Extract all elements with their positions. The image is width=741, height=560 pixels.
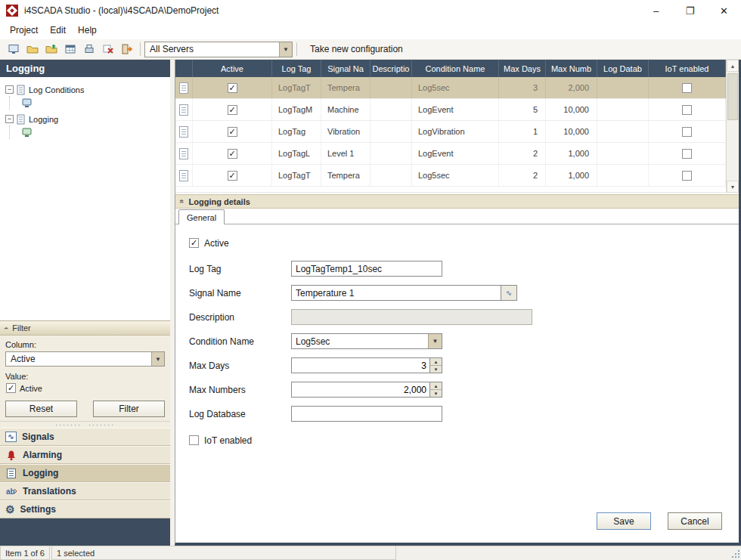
header-max-days[interactable]: Max Days <box>499 60 546 77</box>
table-row[interactable]: LogTagT Tempera Log5sec 2 1,000 <box>175 165 726 187</box>
cell-iot-enabled[interactable] <box>649 165 726 186</box>
active-checkbox[interactable] <box>228 127 237 137</box>
cell-max-days[interactable]: 1 <box>499 121 546 142</box>
iot-checkbox[interactable] <box>682 149 692 159</box>
cell-max-days[interactable]: 3 <box>499 77 546 98</box>
iot-checkbox[interactable] <box>682 105 692 115</box>
table-row[interactable]: LogTagL Level 1 LogEvent 2 1,000 <box>175 143 726 165</box>
cell-active[interactable] <box>193 143 272 164</box>
cell-log-tag[interactable]: LogTag <box>272 121 321 142</box>
cell-log-database[interactable] <box>597 121 649 142</box>
condition-name-dropdown[interactable]: Log5sec ▼ <box>291 333 442 349</box>
tab-general[interactable]: General <box>178 209 225 224</box>
cell-condition-name[interactable]: LogEvent <box>412 99 499 120</box>
maximize-button[interactable]: ❐ <box>673 0 707 21</box>
menu-edit[interactable]: Edit <box>44 23 72 38</box>
chevron-down-icon[interactable]: ▼ <box>428 334 442 348</box>
iot-checkbox[interactable] <box>682 127 692 137</box>
cell-active[interactable] <box>193 99 272 120</box>
filter-section-header[interactable]: ‹ Filter <box>0 320 170 336</box>
table-row[interactable]: LogTagT Tempera Log5sec 3 2,000 <box>175 77 726 99</box>
import-folder-icon[interactable] <box>42 41 60 58</box>
cell-condition-name[interactable]: Log5sec <box>412 77 499 98</box>
header-max-numbers[interactable]: Max Numb <box>546 60 597 77</box>
cell-log-database[interactable] <box>597 165 649 186</box>
take-new-configuration-button[interactable]: Take new configuration <box>310 44 403 54</box>
sidebar-item-logging[interactable]: Logging <box>0 464 170 482</box>
value-checkbox-row[interactable]: Active <box>6 383 165 393</box>
cell-iot-enabled[interactable] <box>649 121 726 142</box>
cell-iot-enabled[interactable] <box>649 99 726 120</box>
row-selector-cell[interactable] <box>175 121 193 142</box>
chevron-down-icon[interactable]: ▼ <box>151 352 164 366</box>
print-export-icon[interactable] <box>79 41 98 58</box>
cell-signal-name[interactable]: Vibration <box>321 121 370 142</box>
tree-node-server[interactable] <box>22 96 167 110</box>
cell-log-tag[interactable]: LogTagM <box>272 99 321 120</box>
cancel-button[interactable]: Cancel <box>668 512 722 530</box>
iot-checkbox[interactable] <box>682 83 692 93</box>
scroll-down-icon[interactable]: ▼ <box>727 181 739 193</box>
cell-description[interactable] <box>370 99 412 120</box>
cell-max-days[interactable]: 2 <box>499 143 546 164</box>
cell-log-tag[interactable]: LogTagT <box>272 165 321 186</box>
row-selector-cell[interactable] <box>175 143 193 164</box>
menu-project[interactable]: Project <box>4 23 44 38</box>
cell-active[interactable] <box>193 77 272 98</box>
header-signal-name[interactable]: Signal Na <box>321 60 370 77</box>
signal-name-field[interactable] <box>291 285 501 301</box>
cell-description[interactable] <box>370 121 412 142</box>
active-checkbox-row[interactable]: Active <box>189 235 739 251</box>
sidebar-item-signals[interactable]: ∿ Signals <box>0 428 170 446</box>
cell-max-numbers[interactable]: 1,000 <box>546 165 597 186</box>
active-checkbox[interactable] <box>228 171 237 181</box>
signal-browse-button[interactable]: ∿ <box>501 285 517 301</box>
close-button[interactable]: ✕ <box>707 0 741 21</box>
cell-log-tag[interactable]: LogTagT <box>272 77 321 98</box>
active-checkbox[interactable] <box>228 105 237 115</box>
active-checkbox[interactable] <box>228 83 237 93</box>
cell-active[interactable] <box>193 121 272 142</box>
cell-log-database[interactable] <box>597 99 649 120</box>
cell-description[interactable] <box>370 143 412 164</box>
new-configuration-icon[interactable] <box>4 41 23 58</box>
scroll-up-icon[interactable]: ▲ <box>727 60 739 72</box>
cell-description[interactable] <box>370 77 412 98</box>
scrollbar-thumb[interactable] <box>727 73 738 120</box>
sidebar-item-alarming[interactable]: Alarming <box>0 446 170 464</box>
grid-view-icon[interactable] <box>60 41 79 58</box>
cell-max-numbers[interactable]: 2,000 <box>546 77 597 98</box>
cell-max-numbers[interactable]: 10,000 <box>546 121 597 142</box>
spin-up-icon[interactable]: ▲ <box>430 382 442 390</box>
cell-log-tag[interactable]: LogTagL <box>272 143 321 164</box>
spin-down-icon[interactable]: ▼ <box>430 390 442 397</box>
iot-enabled-checkbox[interactable] <box>189 435 199 445</box>
cell-max-days[interactable]: 5 <box>499 99 546 120</box>
delete-icon[interactable] <box>98 41 117 58</box>
tree-node-server[interactable] <box>22 125 167 139</box>
active-checkbox[interactable] <box>189 238 199 248</box>
cell-signal-name[interactable]: Tempera <box>321 165 370 186</box>
cell-description[interactable] <box>370 165 412 186</box>
tree-node-logging[interactable]: − Logging <box>5 113 167 125</box>
table-row[interactable]: LogTagM Machine LogEvent 5 10,000 <box>175 99 726 121</box>
save-button[interactable]: Save <box>597 512 651 530</box>
row-selector-cell[interactable] <box>175 77 193 98</box>
column-selector[interactable]: Active ▼ <box>5 351 165 367</box>
cell-max-days[interactable]: 2 <box>499 165 546 186</box>
table-row[interactable]: LogTag Vibration LogVibration 1 10,000 <box>175 121 726 143</box>
iot-enabled-row[interactable]: IoT enabled <box>189 432 739 448</box>
tree-node-log-conditions[interactable]: − Log Conditions <box>5 83 167 96</box>
cell-log-database[interactable] <box>597 143 649 164</box>
header-log-tag[interactable]: Log Tag <box>272 60 321 77</box>
max-numbers-field[interactable] <box>292 382 429 397</box>
cell-condition-name[interactable]: Log5sec <box>412 165 499 186</box>
spin-down-icon[interactable]: ▼ <box>430 366 442 373</box>
scrollbar-track[interactable] <box>727 72 739 181</box>
cell-log-database[interactable] <box>597 77 649 98</box>
sidebar-item-settings[interactable]: ⚙ Settings <box>0 500 170 518</box>
header-description[interactable]: Descriptio <box>370 60 412 77</box>
server-selector[interactable]: All Servers ▼ <box>144 42 293 57</box>
reset-button[interactable]: Reset <box>5 401 77 417</box>
value-checkbox[interactable] <box>6 383 16 393</box>
